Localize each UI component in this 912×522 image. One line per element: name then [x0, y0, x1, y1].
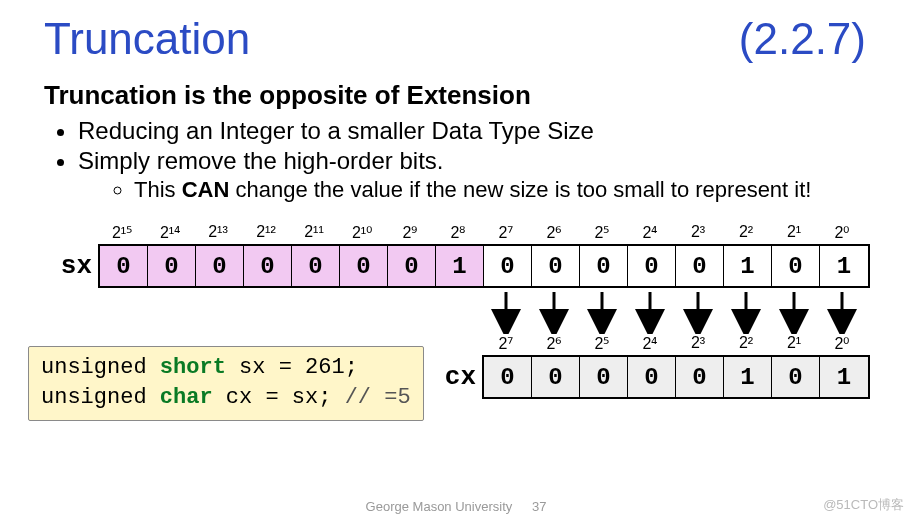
- cx-pow: 2²: [722, 334, 770, 353]
- sx-pow: 2⁷: [482, 223, 530, 242]
- sx-label: sx: [44, 244, 98, 288]
- cx-bit: 0: [772, 357, 820, 397]
- sx-pow: 2⁴: [626, 223, 674, 242]
- sx-row: sx 0 0 0 0 0 0 0 1 0 0 0 0 0 1 0 1: [44, 244, 872, 288]
- bullet-list: Reducing an Integer to a smaller Data Ty…: [44, 117, 872, 203]
- watermark: @51CTO博客: [823, 496, 904, 514]
- code-line-2: unsigned char cx = sx; // =5: [41, 383, 411, 413]
- sx-pow: 2⁰: [818, 223, 866, 242]
- section-reference: (2.2.7): [739, 14, 866, 64]
- sx-pow: 2¹¹: [290, 223, 338, 242]
- code-line-1: unsigned short sx = 261;: [41, 353, 411, 383]
- code-example: unsigned short sx = 261; unsigned char c…: [28, 346, 424, 421]
- sx-pow: 2⁹: [386, 223, 434, 242]
- sx-bit: 0: [580, 246, 628, 286]
- cx-pow: 2⁷: [482, 334, 530, 353]
- cx-pow: 2⁰: [818, 334, 866, 353]
- cx-pow: 2⁴: [626, 334, 674, 353]
- sx-pow: 2¹⁴: [146, 223, 194, 242]
- sx-pow: 2²: [722, 223, 770, 242]
- cx-pow: 2⁵: [578, 334, 626, 353]
- sx-bit: 0: [244, 246, 292, 286]
- sx-power-row: 2¹⁵ 2¹⁴ 2¹³ 2¹² 2¹¹ 2¹⁰ 2⁹ 2⁸ 2⁷ 2⁶ 2⁵ 2…: [98, 223, 872, 242]
- slide-title: Truncation: [44, 14, 250, 64]
- cx-bit: 0: [532, 357, 580, 397]
- cx-bit: 1: [820, 357, 868, 397]
- cx-pow: 2³: [674, 334, 722, 353]
- cx-bit: 0: [676, 357, 724, 397]
- sx-bit: 1: [724, 246, 772, 286]
- sx-bit: 0: [196, 246, 244, 286]
- sx-pow: 2¹⁰: [338, 223, 386, 242]
- sx-bit: 0: [772, 246, 820, 286]
- cx-bit: 0: [628, 357, 676, 397]
- page-number: 37: [532, 499, 546, 514]
- sx-bit: 0: [484, 246, 532, 286]
- sx-pow: 2⁶: [530, 223, 578, 242]
- sx-bit: 0: [340, 246, 388, 286]
- sx-bit: 0: [148, 246, 196, 286]
- subtitle: Truncation is the opposite of Extension: [44, 80, 872, 111]
- bullet-2: Simply remove the high-order bits.: [78, 147, 872, 175]
- cx-bit: 0: [484, 357, 532, 397]
- sx-bit: 0: [628, 246, 676, 286]
- sx-pow: 2³: [674, 223, 722, 242]
- title-row: Truncation (2.2.7): [44, 14, 872, 64]
- sx-bit: 0: [100, 246, 148, 286]
- cx-row: cx 0 0 0 0 0 1 0 1: [428, 355, 872, 399]
- sx-pow: 2¹²: [242, 223, 290, 242]
- sx-bit: 1: [820, 246, 868, 286]
- sx-pow: 2¹: [770, 223, 818, 242]
- sx-bit: 1: [436, 246, 484, 286]
- sub-bullet-1: This CAN change the value if the new siz…: [134, 177, 872, 203]
- bullet-1: Reducing an Integer to a smaller Data Ty…: [78, 117, 872, 145]
- sx-bit: 0: [292, 246, 340, 286]
- truncation-arrows: [44, 288, 874, 334]
- cx-pow: 2¹: [770, 334, 818, 353]
- cx-power-row: 2⁷ 2⁶ 2⁵ 2⁴ 2³ 2² 2¹ 2⁰: [482, 334, 872, 353]
- cx-bit: 1: [724, 357, 772, 397]
- sx-bit: 0: [532, 246, 580, 286]
- sx-pow: 2⁵: [578, 223, 626, 242]
- footer-text: George Mason University 37: [0, 499, 912, 514]
- sx-pow: 2¹³: [194, 223, 242, 242]
- sx-bit: 0: [676, 246, 724, 286]
- cx-bit: 0: [580, 357, 628, 397]
- sx-bit: 0: [388, 246, 436, 286]
- cx-label: cx: [428, 355, 482, 399]
- sx-pow: 2⁸: [434, 223, 482, 242]
- sx-pow: 2¹⁵: [98, 223, 146, 242]
- cx-pow: 2⁶: [530, 334, 578, 353]
